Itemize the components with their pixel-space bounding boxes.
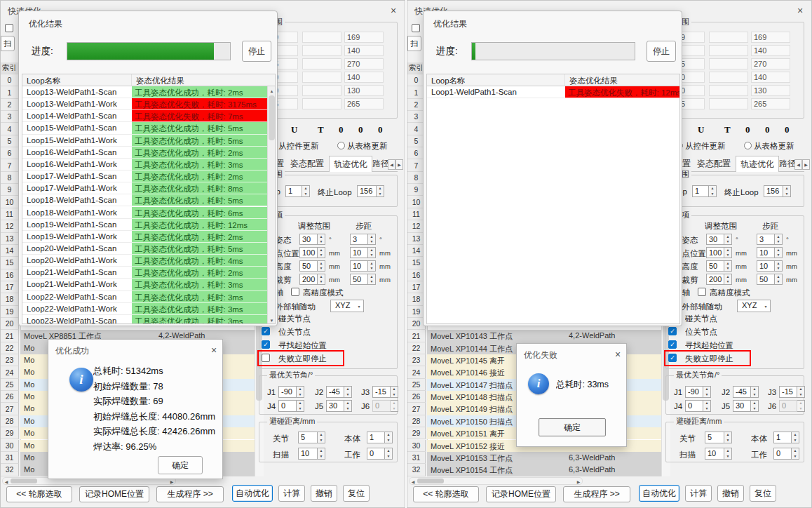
result-row-name[interactable]: Loop22-WeldPath1-Work [22, 303, 132, 315]
joint-field-j1[interactable]: -90 [685, 386, 703, 398]
contour-select-button[interactable]: << 轮廓选取 [413, 486, 479, 502]
spin-down-icon[interactable]: ▼ [344, 406, 351, 412]
joint-field-j2[interactable]: -45 [733, 386, 751, 398]
adjust-range-field[interactable]: 50 [299, 260, 318, 272]
axis-field-col2[interactable] [302, 45, 341, 56]
step-spinner[interactable]: ▲▼ [368, 247, 376, 258]
spin-up-icon[interactable]: ▲ [385, 448, 392, 454]
spin-down-icon[interactable]: ▼ [368, 253, 375, 258]
step-field[interactable]: 50 [350, 274, 368, 285]
spin-down-icon[interactable]: ▼ [709, 192, 716, 197]
adjust-range-field[interactable]: 100 [299, 247, 318, 258]
close-icon[interactable]: × [794, 5, 806, 16]
results-vscroll-thumb[interactable] [269, 95, 275, 140]
result-row-status[interactable]: 工具姿态优化成功，耗时: 6ms [132, 207, 267, 219]
end-loop-spinner[interactable]: ▲▼ [783, 185, 791, 197]
distance-spinner[interactable]: ▲▼ [792, 448, 799, 460]
distance-spinner[interactable]: ▲▼ [792, 432, 799, 443]
spin-down-icon[interactable]: ▼ [318, 253, 325, 258]
spin-down-icon[interactable]: ▼ [775, 266, 782, 271]
spin-up-icon[interactable]: ▲ [751, 387, 758, 392]
joint-field-j6[interactable]: 0 [372, 400, 391, 412]
distance-field[interactable]: 1 [367, 432, 385, 443]
spin-up-icon[interactable]: ▲ [724, 432, 731, 438]
spin-down-icon[interactable]: ▼ [797, 392, 804, 398]
high-precision-checkbox[interactable] [698, 288, 706, 296]
result-row-status[interactable]: 工具姿态优化成功，耗时: 5ms [132, 135, 267, 147]
joint-field-j5[interactable]: 30 [326, 400, 344, 412]
select-all-checkbox[interactable] [5, 24, 13, 32]
result-row-name[interactable]: Loop20-WeldPath1-Work [22, 255, 132, 267]
reset-button[interactable]: 复位 [343, 485, 370, 502]
hscroll-thumb[interactable] [417, 479, 444, 483]
result-row-name[interactable]: Loop19-WeldPath1-Work [22, 231, 132, 243]
axis-field-col3[interactable]: 130 [751, 85, 790, 96]
result-row-name[interactable]: Loop15-WeldPath1-Work [22, 135, 132, 147]
tab-scroll-left-icon[interactable]: ◀ [794, 159, 802, 170]
result-row-name[interactable]: Loop19-WeldPath1-Scan [22, 219, 132, 231]
spin-up-icon[interactable]: ▲ [751, 401, 758, 406]
step-field[interactable]: 10 [757, 260, 775, 272]
end-loop-spinner[interactable]: ▲▼ [377, 185, 384, 197]
spin-up-icon[interactable]: ▲ [297, 387, 304, 392]
result-row-status[interactable]: 工具姿态优化成功，耗时: 3ms [132, 303, 267, 315]
spin-up-icon[interactable]: ▲ [709, 186, 716, 192]
step-field[interactable]: 3 [757, 234, 775, 245]
adjust-range-spinner[interactable]: ▲▼ [318, 260, 325, 272]
joint-field-j5[interactable]: 30 [733, 400, 751, 412]
spin-down-icon[interactable]: ▼ [724, 266, 731, 271]
scroll-up-icon[interactable]: ▲ [269, 88, 275, 94]
spin-up-icon[interactable]: ▲ [391, 387, 398, 392]
spin-up-icon[interactable]: ▲ [344, 387, 351, 392]
joint-spinner-j5[interactable]: ▲▼ [344, 400, 352, 412]
tab-scroll-right-icon[interactable]: ▶ [802, 159, 810, 170]
spin-down-icon[interactable]: ▼ [368, 266, 375, 271]
spin-down-icon[interactable]: ▼ [724, 454, 731, 460]
undo-button[interactable]: 撤销 [717, 485, 744, 502]
axis-field-col2[interactable] [709, 32, 748, 43]
stop-button[interactable]: 停止 [242, 41, 271, 62]
result-row-name[interactable]: Loop21-WeldPath1-Work [22, 279, 132, 290]
auto-optimize-button[interactable]: 自动优化 [232, 485, 273, 502]
spin-down-icon[interactable]: ▼ [391, 406, 398, 412]
result-row-status[interactable]: 工具姿态优化成功，耗时: 5ms [132, 122, 267, 134]
adjust-range-spinner[interactable]: ▲▼ [724, 260, 732, 272]
result-row-name[interactable]: Loop13-WeldPath1-Work [22, 98, 132, 110]
close-icon[interactable]: × [612, 349, 623, 360]
spin-up-icon[interactable]: ▲ [724, 448, 731, 454]
adjust-range-field[interactable]: 30 [706, 234, 724, 245]
joint-field-j4[interactable]: 0 [685, 400, 703, 412]
axis-field-col2[interactable] [709, 58, 748, 69]
distance-spinner[interactable]: ▲▼ [385, 448, 393, 460]
list-item[interactable]: MoveL XP10143 工作点4,2-WeldPath [427, 330, 661, 342]
limit-joint-checkbox[interactable]: ✓ [262, 327, 270, 335]
result-row-name[interactable]: Loop21-WeldPath1-Scan [22, 267, 132, 279]
spin-up-icon[interactable]: ▲ [724, 248, 731, 253]
spin-down-icon[interactable]: ▼ [368, 279, 375, 284]
spin-up-icon[interactable]: ▲ [368, 274, 375, 279]
adjust-range-field[interactable]: 50 [706, 260, 724, 272]
spin-up-icon[interactable]: ▲ [703, 387, 710, 392]
spin-up-icon[interactable]: ▲ [391, 401, 398, 406]
spin-down-icon[interactable]: ▼ [724, 438, 731, 443]
result-row-status[interactable]: 工具姿态优化失败，耗时: 3175ms [132, 98, 267, 110]
spin-down-icon[interactable]: ▼ [297, 392, 304, 398]
result-row-name[interactable]: Loop17-WeldPath1-Work [22, 182, 132, 194]
spin-down-icon[interactable]: ▼ [318, 279, 325, 284]
joint-field-j3[interactable]: -15 [372, 386, 391, 398]
axis-field-col3[interactable]: 265 [344, 98, 384, 109]
step-field[interactable]: 50 [757, 274, 775, 285]
step-spinner[interactable]: ▲▼ [775, 234, 783, 245]
distance-field[interactable]: 1 [773, 432, 792, 443]
distance-field[interactable]: 10 [298, 448, 318, 460]
axis-field-col2[interactable] [709, 72, 748, 83]
compute-button[interactable]: 计算 [685, 485, 712, 502]
tab-pose-config[interactable]: 姿态配置 [692, 156, 736, 171]
spin-up-icon[interactable]: ▲ [797, 387, 804, 392]
adjust-range-spinner[interactable]: ▲▼ [318, 274, 325, 285]
spin-up-icon[interactable]: ▲ [724, 261, 731, 266]
start-loop-field[interactable]: 1 [692, 185, 709, 197]
axis-field-col3[interactable]: 169 [751, 32, 790, 43]
spin-up-icon[interactable]: ▲ [368, 234, 375, 239]
generate-program-button[interactable]: 生成程序 >> [563, 486, 630, 502]
